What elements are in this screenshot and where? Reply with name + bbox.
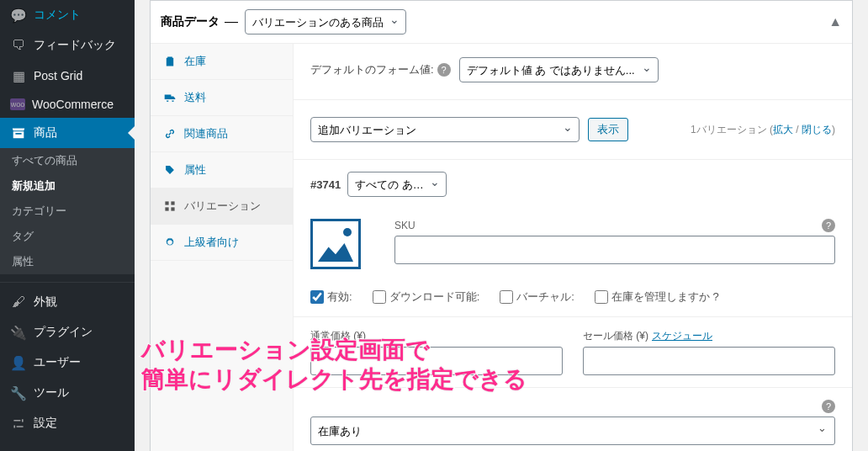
schedule-link[interactable]: スケジュール: [652, 329, 712, 343]
sale-price-field: セール価格 (¥) スケジュール: [583, 329, 835, 375]
image-placeholder-mountain: [318, 243, 353, 262]
feedback-icon: 🗨: [10, 37, 27, 54]
chk-manage-stock-input[interactable]: [595, 290, 608, 304]
variation-attr-select[interactable]: すべての あ…: [347, 172, 447, 197]
sidebar-sub-all-products[interactable]: すべての商品: [0, 148, 135, 173]
regular-price-input[interactable]: [310, 347, 563, 375]
clipboard-icon: [162, 54, 177, 69]
add-variation-select[interactable]: 追加バリエーション: [310, 117, 580, 142]
chk-downloadable[interactable]: ダウンロード可能:: [373, 289, 480, 305]
sidebar-sub-add-new[interactable]: 新規追加: [0, 173, 135, 199]
gear-icon: [162, 235, 177, 250]
panel-header: 商品データ — バリエーションのある商品 ▲: [151, 1, 852, 44]
sidebar-sub-tags[interactable]: タグ: [0, 224, 135, 249]
sidebar-item-settings[interactable]: 設定: [0, 408, 135, 438]
tags-icon: [162, 162, 177, 178]
sidebar-label: プラグイン: [34, 325, 93, 340]
variation-image-upload[interactable]: [310, 219, 361, 269]
help-icon[interactable]: ?: [437, 63, 451, 77]
panel-dash: —: [225, 14, 238, 29]
image-placeholder-sun: [343, 228, 352, 236]
default-form-select[interactable]: デフォルト値 あ ではありません...: [459, 57, 659, 82]
sku-input[interactable]: [394, 236, 835, 264]
tab-attributes[interactable]: 属性: [151, 152, 293, 188]
collapse-link[interactable]: 閉じる: [802, 124, 832, 135]
default-form-select-wrap: デフォルト値 あ ではありません...: [459, 57, 659, 82]
sidebar-label: ユーザー: [34, 355, 81, 370]
show-button[interactable]: 表示: [588, 118, 628, 141]
expand-link[interactable]: 拡大: [773, 124, 793, 135]
sidebar-label: ツール: [34, 385, 69, 401]
svg-rect-2: [165, 207, 168, 210]
variation-attr-select-wrap: すべての あ…: [347, 172, 447, 197]
wrench-icon: 🔧: [10, 385, 27, 401]
sidebar-item-woocommerce[interactable]: woo WooCommerce: [0, 91, 135, 118]
sidebar-item-appearance[interactable]: 🖌 外観: [0, 287, 135, 317]
chk-manage-stock[interactable]: 在庫を管理しますか ?: [595, 289, 719, 305]
variations-panel: デフォルトのフォーム値: ? デフォルト値 あ ではありません... 追加バリエ…: [294, 44, 852, 451]
sidebar-item-users[interactable]: 👤 ユーザー: [0, 348, 135, 378]
sidebar-separator: [0, 279, 135, 283]
truck-icon: [162, 90, 177, 105]
chk-enabled[interactable]: 有効:: [310, 289, 352, 305]
sidebar-item-comments[interactable]: 💬 コメント: [0, 0, 135, 30]
tab-linked[interactable]: 関連商品: [151, 116, 293, 152]
product-type-select-wrap: バリエーションのある商品: [245, 9, 406, 34]
sidebar-label: 外観: [34, 294, 57, 310]
content-area: 商品データ — バリエーションのある商品 ▲ 在庫: [135, 0, 868, 451]
archive-icon: [10, 125, 27, 141]
sidebar-item-postgrid[interactable]: ▦ Post Grid: [0, 61, 135, 91]
sidebar-label: Post Grid: [34, 69, 82, 82]
sidebar-item-plugins[interactable]: 🔌 プラグイン: [0, 317, 135, 348]
sidebar-item-feedback[interactable]: 🗨 フィードバック: [0, 30, 135, 61]
tab-inventory[interactable]: 在庫: [151, 44, 293, 80]
brush-icon: 🖌: [10, 294, 27, 310]
sidebar-label: フィードバック: [34, 38, 116, 53]
regular-price-label: 通常価格 (¥): [310, 329, 563, 343]
regular-price-field: 通常価格 (¥): [310, 329, 563, 375]
svg-rect-3: [171, 207, 174, 210]
stock-select-wrap: 在庫あり: [310, 417, 835, 445]
settings-slider-icon: [10, 415, 27, 432]
price-row: 通常価格 (¥) セール価格 (¥) スケジュール: [310, 329, 835, 375]
default-form-row: デフォルトのフォーム値: ? デフォルト値 あ ではありません...: [310, 52, 835, 88]
sidebar-item-tools[interactable]: 🔧 ツール: [0, 378, 135, 408]
tab-shipping[interactable]: 送料: [151, 80, 293, 116]
variation-header-row[interactable]: #3741 すべての あ…: [310, 172, 835, 197]
chk-virtual-input[interactable]: [500, 290, 513, 304]
chk-virtual[interactable]: バーチャル:: [500, 289, 574, 305]
tab-label: 上級者向け: [184, 235, 239, 250]
sidebar-sub-categories[interactable]: カテゴリー: [0, 199, 135, 224]
stock-status-field: ? 在庫あり: [310, 400, 835, 445]
panel-toggle-icon[interactable]: ▲: [828, 14, 842, 29]
wp-admin-sidebar: 💬 コメント 🗨 フィードバック ▦ Post Grid woo WooComm…: [0, 0, 135, 451]
sale-price-label: セール価格 (¥) スケジュール: [583, 329, 835, 343]
tab-advanced[interactable]: 上級者向け: [151, 225, 293, 261]
svg-rect-0: [165, 201, 168, 204]
divider: [294, 387, 852, 388]
tab-label: バリエーション: [184, 199, 261, 214]
tab-label: 関連商品: [184, 126, 228, 141]
sku-label: SKU: [394, 220, 415, 231]
product-data-tabs: 在庫 送料 関連商品: [151, 44, 294, 451]
chk-enabled-input[interactable]: [310, 290, 324, 304]
variation-count-text: 1バリエーション (: [691, 124, 773, 135]
help-icon[interactable]: ?: [822, 400, 835, 413]
tab-label: 在庫: [184, 54, 206, 69]
tab-variations[interactable]: バリエーション: [151, 188, 293, 225]
svg-rect-1: [171, 201, 174, 204]
sidebar-item-products[interactable]: 商品: [0, 118, 135, 148]
stock-status-select[interactable]: 在庫あり: [310, 417, 835, 445]
sku-block: SKU ?: [394, 219, 835, 264]
sidebar-label: 商品: [34, 125, 57, 141]
help-icon[interactable]: ?: [822, 219, 835, 232]
chk-downloadable-input[interactable]: [373, 290, 386, 304]
product-type-select[interactable]: バリエーションのある商品: [245, 9, 406, 34]
user-icon: 👤: [10, 354, 27, 371]
sidebar-label: 設定: [34, 416, 57, 431]
variations-icon: [162, 199, 177, 214]
sidebar-label: コメント: [34, 8, 81, 23]
sidebar-sub-attributes[interactable]: 属性: [0, 249, 135, 274]
sale-price-input[interactable]: [583, 347, 835, 375]
woo-icon: woo: [10, 98, 25, 110]
